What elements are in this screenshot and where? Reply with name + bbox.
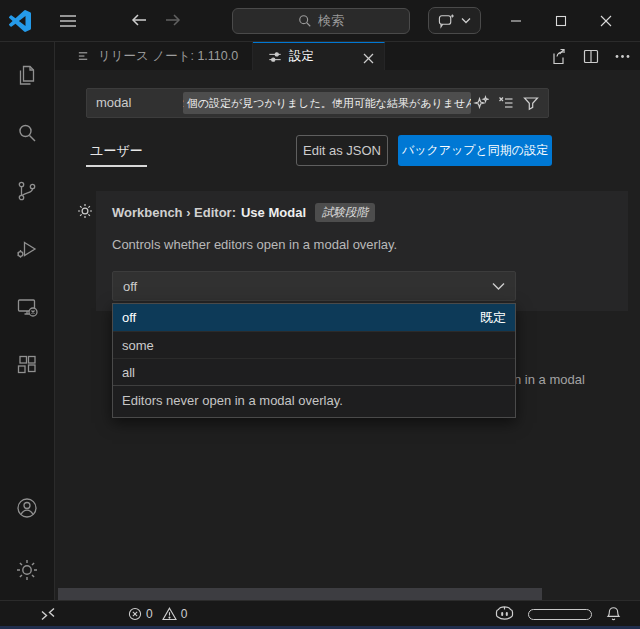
problems-status[interactable]: 0 0 [128, 601, 187, 627]
ai-search-sparkle-icon[interactable] [473, 95, 489, 111]
settings-search-value: modal [96, 95, 131, 110]
option-label: some [122, 338, 154, 353]
setting-category: Workbench › Editor: [112, 205, 236, 220]
window-minimize-button[interactable] [502, 7, 530, 35]
editor-group: リリース ノート: 1.110.0 設定 [55, 42, 640, 600]
remote-indicator[interactable] [40, 601, 56, 627]
accounts-icon[interactable] [11, 492, 43, 524]
setting-name: Use Modal [241, 205, 306, 220]
source-control-icon[interactable] [11, 175, 43, 207]
command-center-label: 検索 [318, 12, 344, 30]
run-debug-icon[interactable] [11, 233, 43, 265]
setting-title: Workbench › Editor: Use Modal 試験段階 [112, 201, 375, 223]
explorer-icon[interactable] [11, 59, 43, 91]
option-off[interactable]: off 既定 [113, 304, 515, 331]
setting-gear-icon[interactable] [77, 203, 93, 219]
copilot-quota-pill[interactable] [528, 609, 592, 620]
release-notes-icon [77, 50, 90, 63]
option-default-badge: 既定 [480, 309, 506, 327]
clear-search-results-icon[interactable] [498, 95, 514, 111]
tab-strip: リリース ノート: 1.110.0 設定 [55, 42, 640, 70]
search-view-icon[interactable] [11, 117, 43, 149]
more-actions-icon[interactable] [615, 54, 630, 59]
search-toolbar [473, 89, 539, 117]
horizontal-scrollbar[interactable] [58, 588, 542, 600]
command-center-search[interactable]: 検索 [232, 8, 410, 34]
filter-settings-icon[interactable] [523, 95, 539, 111]
window-close-button[interactable] [592, 7, 620, 35]
option-some[interactable]: some [113, 331, 515, 358]
menu-hamburger-icon[interactable] [55, 11, 81, 31]
chevron-down-icon [492, 282, 505, 291]
tab-label: 設定 [289, 48, 314, 65]
copilot-chat-icon [438, 13, 455, 29]
scope-tab-label: ユーザー [90, 142, 143, 160]
status-bar: 0 0 [0, 600, 640, 629]
setting-value-select[interactable]: off [112, 271, 516, 301]
settings-editor: modal 2 個の設定が見つかりました。使用可能な結果がありません ユーザー [55, 70, 640, 600]
option-description: Editors never open in a modal overlay. [113, 385, 515, 417]
select-value: off [123, 279, 137, 294]
error-count: 0 [146, 607, 153, 621]
option-label: off [122, 310, 136, 325]
setting-description: Controls whether editors open in a modal… [112, 237, 397, 252]
settings-search-input[interactable]: modal 2 個の設定が見つかりました。使用可能な結果がありません [86, 88, 549, 118]
titlebar: 検索 [0, 0, 640, 42]
activity-bar [0, 42, 55, 600]
split-editor-icon[interactable] [583, 49, 599, 64]
select-dropdown-list: off 既定 some all Editors never open in a … [112, 303, 516, 418]
tab-close-icon[interactable] [360, 50, 376, 66]
window-maximize-button[interactable] [547, 7, 575, 35]
warning-icon [162, 607, 177, 621]
search-icon [298, 14, 312, 28]
notifications-bell-icon[interactable] [606, 601, 621, 627]
copilot-status-icon[interactable] [494, 601, 515, 627]
tab-label: リリース ノート: 1.110.0 [98, 48, 238, 65]
warning-count: 0 [181, 607, 188, 621]
edit-as-json-button[interactable]: Edit as JSON [296, 135, 388, 166]
error-icon [128, 607, 142, 621]
nav-back-icon[interactable] [129, 11, 151, 31]
extensions-icon[interactable] [11, 349, 43, 381]
vscode-logo-icon [9, 10, 31, 32]
settings-gear-icon[interactable] [11, 554, 43, 586]
option-label: all [122, 365, 135, 380]
remote-explorer-icon[interactable] [11, 291, 43, 323]
editor-actions [551, 42, 630, 70]
settings-result-count-badge: 2 個の設定が見つかりました。使用可能な結果がありません [183, 92, 471, 114]
nav-forward-icon[interactable] [163, 11, 185, 31]
copilot-chat-button[interactable] [428, 7, 481, 34]
settings-sliders-icon [268, 50, 282, 64]
scope-tab-user[interactable]: ユーザー [86, 136, 147, 167]
chevron-down-icon [461, 17, 471, 24]
backup-sync-settings-button[interactable]: バックアップと同期の設定 [398, 135, 552, 166]
open-settings-json-icon[interactable] [551, 48, 567, 65]
setting-experimental-badge: 試験段階 [315, 203, 375, 222]
vscode-window: 検索 [0, 0, 640, 629]
option-all[interactable]: all [113, 358, 515, 385]
occluded-setting-text: n in a modal [514, 372, 585, 387]
tab-release-notes[interactable]: リリース ノート: 1.110.0 [55, 42, 253, 70]
tab-settings[interactable]: 設定 [253, 42, 385, 70]
